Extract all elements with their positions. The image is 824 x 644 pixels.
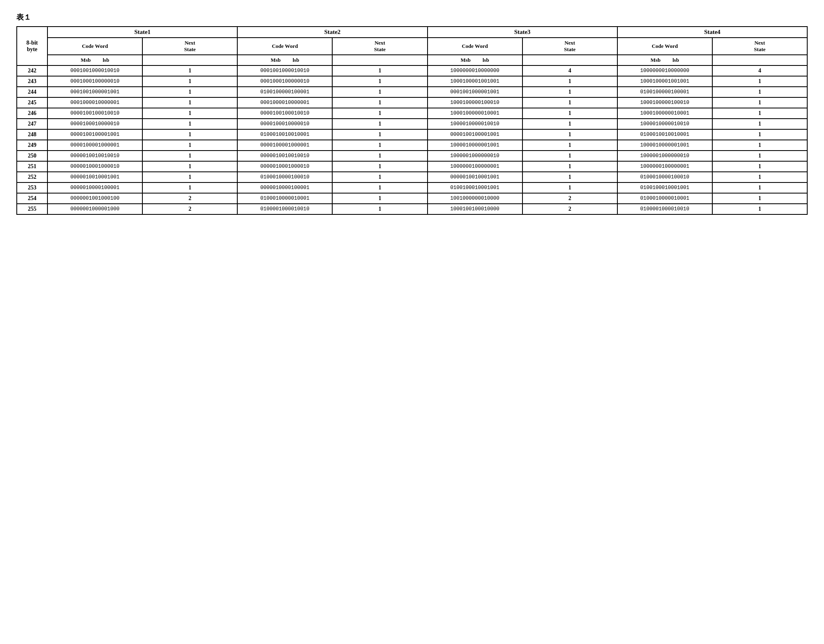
s4-codeword: 1000000100000001 xyxy=(617,161,712,172)
s1-codeword: 0000100100010010 xyxy=(47,108,142,119)
s2-nextstate: 1 xyxy=(332,182,427,193)
table-row: 255 0000001000001000 2 0100001000010010 … xyxy=(17,204,807,214)
s3-codeword: 1000010000010010 xyxy=(428,119,522,129)
byte-value: 243 xyxy=(17,76,47,87)
s1-nextstate: 1 xyxy=(142,161,237,172)
s1-nextstate: 1 xyxy=(142,108,237,119)
s3-codeword: 0000010010001001 xyxy=(428,172,522,182)
s4-codeword: 0100010000010001 xyxy=(617,193,712,204)
s3-codeword: 0001001000001001 xyxy=(428,87,522,97)
table-row: 248 0000100100001001 1 0100010010010001 … xyxy=(17,129,807,140)
s4-nextstate: 1 xyxy=(712,151,807,161)
s2-codeword: 0100010010010001 xyxy=(237,129,332,140)
s3-nextstate: 1 xyxy=(522,151,617,161)
s2-nextstate: 1 xyxy=(332,87,427,97)
s2-nextstate: 1 xyxy=(332,108,427,119)
table-row: 249 0000100001000001 1 0000100001000001 … xyxy=(17,140,807,151)
s4-nextstate: 4 xyxy=(712,65,807,76)
s1-codeword: 0000100001000001 xyxy=(47,140,142,151)
s1-nextstate-header: NextState xyxy=(142,38,237,55)
s1-nextstate: 1 xyxy=(142,140,237,151)
s3-codeword: 0000100100001001 xyxy=(428,129,522,140)
s1-codeword: 0000100010000010 xyxy=(47,119,142,129)
s3-codeword: 1000100100010000 xyxy=(428,204,522,214)
s4-nextstate: 1 xyxy=(712,182,807,193)
state3-header: State3 xyxy=(428,27,617,38)
table-row: 242 0001001000010010 1 0001001000010010 … xyxy=(17,65,807,76)
s3-codeword: 0100100010001001 xyxy=(428,182,522,193)
byte-value: 252 xyxy=(17,172,47,182)
s4-nextstate: 1 xyxy=(712,129,807,140)
s2-msb-lsb: Msb lsb xyxy=(237,55,332,65)
byte-value: 248 xyxy=(17,129,47,140)
s4-codeword: 1000001000000010 xyxy=(617,151,712,161)
s3-nextstate: 1 xyxy=(522,172,617,182)
s4-codeword: 0100010000100010 xyxy=(617,172,712,182)
s3-nextstate: 1 xyxy=(522,140,617,151)
s3-codeword: 1000100000100010 xyxy=(428,97,522,108)
s1-codeword: 0000001001000100 xyxy=(47,193,142,204)
s1-nextstate: 1 xyxy=(142,76,237,87)
s3-nextstate: 1 xyxy=(522,119,617,129)
s2-codeword: 0001000100000010 xyxy=(237,76,332,87)
s1-codeword-header: Code Word xyxy=(47,38,142,55)
s3-codeword: 1000000100000001 xyxy=(428,161,522,172)
s4-nextstate: 1 xyxy=(712,140,807,151)
table-row: 250 0000010010010010 1 0000010010010010 … xyxy=(17,151,807,161)
s2-nextstate: 1 xyxy=(332,140,427,151)
byte-value: 246 xyxy=(17,108,47,119)
table-row: 246 0000100100010010 1 0000100100010010 … xyxy=(17,108,807,119)
s4-nextstate: 1 xyxy=(712,193,807,204)
s2-codeword: 0000100010000010 xyxy=(237,119,332,129)
s4-codeword: 1000010000010010 xyxy=(617,119,712,129)
s4-nextstate: 1 xyxy=(712,172,807,182)
s2-codeword: 0001000010000001 xyxy=(237,97,332,108)
s1-ns-blank xyxy=(142,55,237,65)
s2-nextstate: 1 xyxy=(332,172,427,182)
state2-header: State2 xyxy=(237,27,427,38)
s2-nextstate: 1 xyxy=(332,193,427,204)
s4-nextstate: 1 xyxy=(712,87,807,97)
s4-codeword: 0100010010010001 xyxy=(617,129,712,140)
s3-codeword-header: Code Word xyxy=(428,38,522,55)
s1-nextstate: 1 xyxy=(142,182,237,193)
table-row: 253 0000010000100001 1 0000010000100001 … xyxy=(17,182,807,193)
s3-nextstate: 4 xyxy=(522,65,617,76)
s4-codeword: 1000000010000000 xyxy=(617,65,712,76)
s3-nextstate: 1 xyxy=(522,97,617,108)
byte-value: 254 xyxy=(17,193,47,204)
byte-value: 251 xyxy=(17,161,47,172)
s3-nextstate: 1 xyxy=(522,182,617,193)
s1-nextstate: 1 xyxy=(142,65,237,76)
s2-codeword: 0000010001000010 xyxy=(237,161,332,172)
s1-codeword: 0000010001000010 xyxy=(47,161,142,172)
s1-codeword: 0000001000001000 xyxy=(47,204,142,214)
s1-codeword: 0000100100001001 xyxy=(47,129,142,140)
s2-nextstate: 1 xyxy=(332,97,427,108)
s2-codeword: 0100010000100010 xyxy=(237,172,332,182)
s2-codeword-header: Code Word xyxy=(237,38,332,55)
table-row: 247 0000100010000010 1 0000100010000010 … xyxy=(17,119,807,129)
s2-nextstate: 1 xyxy=(332,65,427,76)
s3-nextstate: 1 xyxy=(522,76,617,87)
s4-codeword: 0100100000100001 xyxy=(617,87,712,97)
s2-codeword: 0000100001000001 xyxy=(237,140,332,151)
s4-nextstate: 1 xyxy=(712,204,807,214)
s1-nextstate: 1 xyxy=(142,129,237,140)
s1-codeword: 0000010010001001 xyxy=(47,172,142,182)
byte-value: 250 xyxy=(17,151,47,161)
table-row: 244 0001001000001001 1 0100100000100001 … xyxy=(17,87,807,97)
s1-nextstate: 2 xyxy=(142,193,237,204)
s3-nextstate: 2 xyxy=(522,204,617,214)
s2-codeword: 0100100000100001 xyxy=(237,87,332,97)
bit-byte-header: 8-bitbyte xyxy=(17,27,47,65)
byte-value: 245 xyxy=(17,97,47,108)
table-row: 254 0000001001000100 2 0100010000010001 … xyxy=(17,193,807,204)
s4-nextstate: 1 xyxy=(712,76,807,87)
table-row: 245 0001000010000001 1 0001000010000001 … xyxy=(17,97,807,108)
s3-nextstate-header: NextState xyxy=(522,38,617,55)
table-row: 252 0000010010001001 1 0100010000100010 … xyxy=(17,172,807,182)
s1-codeword: 0001001000001001 xyxy=(47,87,142,97)
s2-codeword: 0100001000010010 xyxy=(237,204,332,214)
s4-nextstate: 1 xyxy=(712,97,807,108)
